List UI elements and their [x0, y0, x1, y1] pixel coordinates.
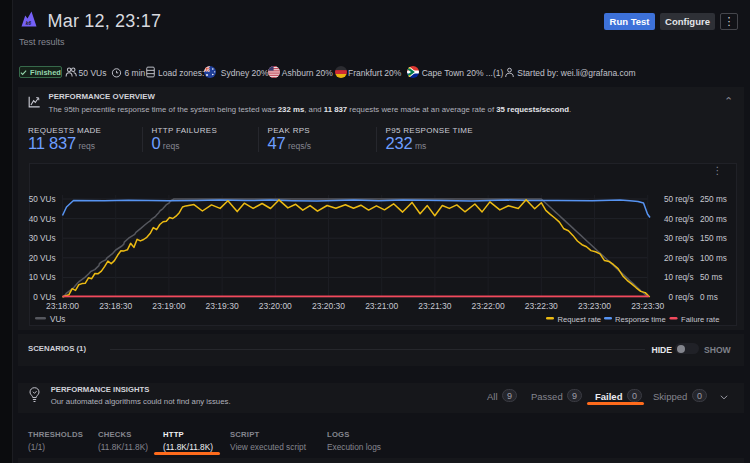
svg-text:100 ms: 100 ms [700, 254, 727, 263]
svg-text:0 req/s: 0 req/s [668, 293, 693, 302]
svg-text:23:18:00: 23:18:00 [46, 301, 79, 311]
svg-text:23:19:00: 23:19:00 [152, 301, 185, 311]
svg-text:200 ms: 200 ms [700, 215, 727, 224]
svg-text:Response time: Response time [615, 315, 666, 324]
svg-text:23:20:30: 23:20:30 [312, 301, 345, 311]
svg-text:23:21:30: 23:21:30 [418, 301, 451, 311]
svg-text:20 VUs: 20 VUs [29, 254, 56, 263]
svg-text:VUs: VUs [50, 315, 65, 324]
svg-text:23:23:30: 23:23:30 [631, 301, 664, 311]
svg-text:Request rate: Request rate [558, 315, 601, 324]
svg-text:30 req/s: 30 req/s [664, 234, 694, 243]
svg-text:20 req/s: 20 req/s [664, 254, 694, 263]
svg-text:23:23:00: 23:23:00 [578, 301, 611, 311]
svg-text:23:21:00: 23:21:00 [365, 301, 398, 311]
svg-text:50 VUs: 50 VUs [29, 195, 56, 204]
svg-text:10 VUs: 10 VUs [29, 273, 56, 282]
svg-text:23:22:00: 23:22:00 [472, 301, 505, 311]
svg-text:23:20:00: 23:20:00 [259, 301, 292, 311]
svg-text:Failure rate: Failure rate [681, 315, 719, 324]
svg-text:40 req/s: 40 req/s [664, 215, 694, 224]
svg-text:150 ms: 150 ms [700, 234, 727, 243]
svg-text:23:22:30: 23:22:30 [525, 301, 558, 311]
svg-text:10 req/s: 10 req/s [664, 273, 694, 282]
svg-text:0 ms: 0 ms [700, 293, 718, 302]
svg-text:40 VUs: 40 VUs [29, 215, 56, 224]
svg-text:50 ms: 50 ms [700, 273, 722, 282]
svg-text:30 VUs: 30 VUs [29, 234, 56, 243]
svg-text:250 ms: 250 ms [700, 195, 727, 204]
svg-text:23:18:30: 23:18:30 [99, 301, 132, 311]
svg-text:23:19:30: 23:19:30 [206, 301, 239, 311]
svg-text:50 req/s: 50 req/s [664, 195, 694, 204]
